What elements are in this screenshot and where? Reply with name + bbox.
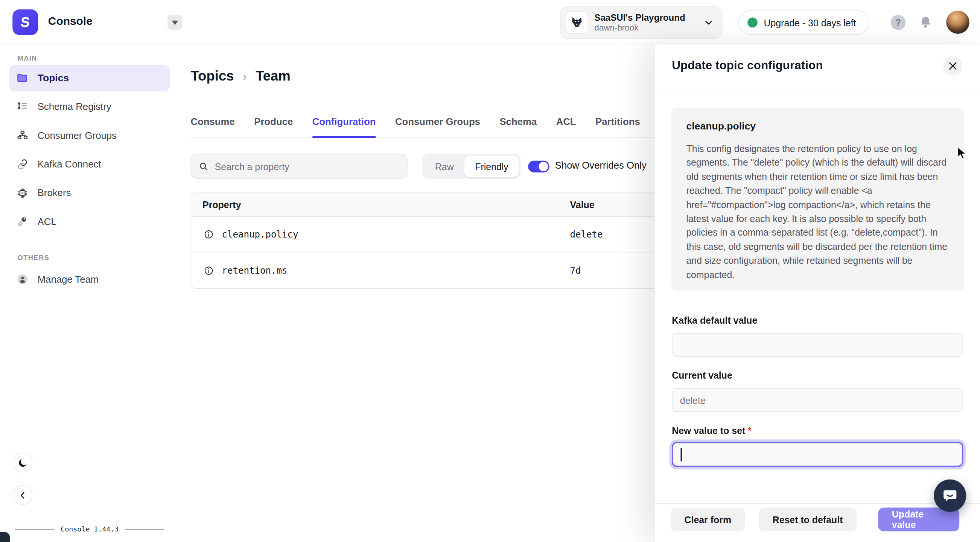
text-caret [681, 448, 682, 461]
notifications-bell-icon[interactable] [918, 14, 934, 30]
drawer-title: Update topic configuration [672, 59, 822, 73]
search-icon [199, 161, 208, 172]
version-row: Console 1.44.3 [15, 525, 164, 533]
property-doc-card: cleanup.policy This config designates th… [671, 108, 964, 291]
schema-registry-icon [16, 100, 29, 113]
sidebar-collapse-button[interactable] [167, 15, 183, 30]
segment-friendly[interactable]: Friendly [465, 156, 519, 177]
tab-produce[interactable]: Produce [254, 116, 293, 137]
sidebar-item-consumer-groups[interactable]: Consumer Groups [9, 122, 170, 149]
table-row[interactable]: retention.ms 7d [191, 253, 665, 288]
sidebar-item-label: Schema Registry [38, 101, 111, 113]
status-dot [748, 17, 757, 27]
reset-to-default-button[interactable]: Reset to default [759, 507, 857, 531]
clear-form-button[interactable]: Clear form [671, 507, 745, 531]
link-icon [16, 158, 29, 170]
consumer-groups-icon [16, 129, 29, 142]
kafka-default-label: Kafka default value [672, 315, 757, 326]
current-value-label: Current value [672, 370, 732, 380]
question-mark-icon: ? [895, 17, 900, 27]
property-value: 7d [570, 265, 581, 275]
sidebar-item-label: Brokers [38, 188, 71, 199]
segment-raw[interactable]: Raw [425, 156, 465, 177]
app-logo-icon: S [13, 10, 38, 35]
topic-tabs: Consume Produce Configuration Consumer G… [191, 116, 667, 138]
property-name: cleanup.policy [222, 229, 298, 239]
screen: S Console SaaSUI's Playground dawn-brook [0, 0, 980, 542]
new-value-input[interactable] [672, 442, 963, 467]
tab-acl[interactable]: ACL [556, 116, 576, 137]
sidebar-item-acl[interactable]: ACL [9, 209, 170, 235]
upgrade-label: Upgrade - 30 days left [764, 17, 856, 28]
sidebar-section-others: OTHERS [18, 254, 49, 261]
help-button[interactable]: ? [891, 15, 906, 30]
table-row[interactable]: cleanup.policy delete [191, 217, 665, 253]
current-value-input: delete [672, 388, 963, 412]
app-title: Console [48, 15, 92, 28]
sidebar-item-label: Consumer Groups [38, 130, 117, 141]
tab-configuration[interactable]: Configuration [312, 116, 376, 138]
collapse-sidebar-button[interactable] [13, 485, 32, 505]
chevron-left-icon [18, 490, 27, 500]
property-value: delete [570, 229, 603, 239]
chip-icon [16, 187, 29, 199]
sidebar-item-label: Kafka Connect [38, 159, 101, 170]
cluster-selector[interactable]: SaaSUI's Playground dawn-brook [560, 6, 722, 39]
cluster-name: SaaSUI's Playground [594, 12, 703, 23]
chat-widget-button[interactable] [934, 480, 966, 512]
sidebar-item-kafka-connect[interactable]: Kafka Connect [9, 151, 170, 178]
sidebar-item-manage-team[interactable]: Manage Team [9, 266, 170, 292]
tab-consumer-groups[interactable]: Consumer Groups [395, 116, 480, 137]
breadcrumb: Topics › Team [191, 68, 291, 84]
property-search[interactable] [191, 154, 407, 179]
show-overrides-toggle[interactable] [528, 161, 549, 173]
cluster-logo-icon [566, 11, 588, 34]
husky-icon [570, 16, 584, 30]
chat-bubble-icon [942, 488, 958, 504]
info-icon[interactable] [204, 229, 214, 239]
folder-icon [16, 72, 29, 84]
doc-property-name: cleanup.policy [686, 121, 949, 132]
app-version: Console 1.44.3 [60, 525, 119, 533]
dark-mode-toggle[interactable] [13, 452, 32, 472]
close-drawer-button[interactable] [943, 56, 963, 75]
close-icon [949, 62, 957, 70]
key-icon [16, 216, 29, 228]
show-overrides-label: Show Overrides Only [555, 160, 647, 171]
column-property: Property [202, 199, 241, 210]
new-value-label: New value to set* [672, 425, 752, 436]
sidebar-item-label: Topics [38, 73, 69, 84]
cluster-environment: dawn-brook [594, 23, 703, 33]
raw-friendly-segmented: Raw Friendly [423, 154, 521, 179]
config-controls: Raw Friendly Show Overrides Only [191, 154, 667, 179]
drawer-footer-divider [655, 503, 980, 504]
tab-consume[interactable]: Consume [191, 116, 235, 137]
chevron-down-icon [703, 17, 714, 28]
upgrade-button[interactable]: Upgrade - 30 days left [738, 10, 869, 35]
configuration-table: Property Value cleanup.policy delete r [191, 192, 666, 289]
caret-down-icon [172, 20, 178, 25]
tab-schema[interactable]: Schema [500, 116, 537, 137]
toggle-knob [539, 162, 548, 171]
top-bar: S Console SaaSUI's Playground dawn-brook [0, 0, 980, 45]
user-avatar[interactable] [946, 11, 969, 33]
info-icon[interactable] [204, 265, 214, 275]
tab-partitions[interactable]: Partitions [595, 116, 640, 137]
corner-widget-peek [0, 532, 10, 542]
breadcrumb-separator-icon: › [243, 69, 247, 84]
sidebar-item-schema-registry[interactable]: Schema Registry [9, 94, 170, 120]
person-icon [16, 273, 29, 286]
moon-icon [18, 457, 28, 468]
table-header: Property Value [191, 193, 665, 217]
sidebar-item-brokers[interactable]: Brokers [9, 180, 170, 206]
drawer-header-divider [655, 91, 980, 91]
required-asterisk: * [748, 425, 752, 436]
sidebar-item-topics[interactable]: Topics [9, 65, 170, 91]
breadcrumb-current: Team [256, 68, 291, 84]
property-name: retention.ms [222, 265, 288, 275]
sidebar: MAIN Topics [0, 45, 180, 542]
search-input[interactable] [215, 161, 400, 172]
breadcrumb-topics-link[interactable]: Topics [191, 68, 234, 84]
update-config-drawer: Update topic configuration cleanup.polic… [654, 45, 980, 542]
doc-description: This config designates the retention pol… [686, 142, 950, 282]
